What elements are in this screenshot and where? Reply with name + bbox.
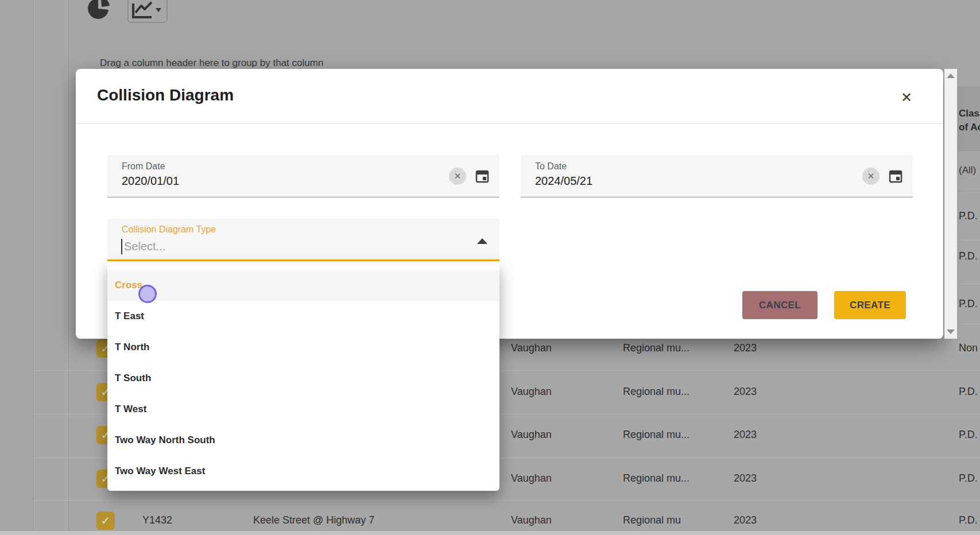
cell-classification: P.D. [959,429,980,441]
cell-city: Vaughan [511,386,552,398]
pie-chart-icon[interactable] [87,0,111,21]
text-cursor [121,239,122,254]
modal-scrollbar[interactable] [944,69,957,339]
cell-municipality: Regional mu... [623,342,690,354]
bg-panel-divider-right [68,0,69,535]
touch-cursor [138,285,157,303]
row-divider [958,284,980,284]
cell-municipality: Regional mu... [623,429,690,441]
type-placeholder: Select... [124,240,165,253]
dropdown-option-cross[interactable]: Cross [107,270,499,301]
chevron-up-icon[interactable] [477,238,487,244]
cell-classification: P.D. [959,514,980,526]
cell-year: 2023 [734,386,757,398]
calendar-icon[interactable] [474,168,490,184]
dropdown-option-t-west[interactable]: T West [107,394,499,425]
to-date-label: To Date [535,161,567,172]
cell-classification: Non [959,342,978,354]
cell-city: Vaughan [511,514,552,526]
type-label: Collision Diagram Type [122,224,216,235]
cell-municipality: Regional mu... [623,386,690,398]
cell-city: Vaughan [511,429,552,441]
cell-classification-partial: P.D. [959,210,980,222]
dropdown-option-t-south[interactable]: T South [107,363,499,394]
modal-title: Collision Diagram [97,86,234,104]
cancel-button[interactable]: CANCEL [742,291,818,319]
cell-year: 2023 [734,429,757,441]
dropdown-option-t-east[interactable]: T East [107,301,499,332]
scroll-down-icon[interactable] [947,329,955,334]
dropdown-option-two-way-west-east[interactable]: Two Way West East [107,456,499,487]
column-filter-cell[interactable]: (All) [958,152,980,191]
to-date-value[interactable]: 2024/05/21 [535,175,592,188]
row-checkbox[interactable]: ✓ [96,511,115,530]
cell-municipality: Regional mu... [623,472,690,484]
clear-icon[interactable]: ✕ [862,168,880,185]
cell-municipality: Regional mu [623,514,681,526]
row-divider [958,240,980,241]
row-divider [958,324,980,324]
cell-classification: P.D. [959,386,980,398]
clear-icon[interactable]: ✕ [449,168,466,185]
cell-year: 2023 [734,342,757,354]
cell-year: 2023 [734,472,757,484]
scroll-up-icon[interactable] [947,73,955,78]
row-divider [33,500,980,501]
group-by-hint: Drag a column header here to group by th… [100,57,323,69]
type-dropdown-panel: CrossT EastT NorthT SouthT WestTwo Way N… [107,263,499,491]
cell-city: Vaughan [511,472,552,484]
modal-header-divider [76,123,943,124]
bg-panel-divider-left [33,0,33,535]
cell-year: 2023 [734,514,757,526]
cell-classification: P.D. [959,472,980,484]
calendar-icon[interactable] [888,168,904,184]
cell-classification-partial: P.D. [959,250,980,262]
line-chart-icon [129,0,165,22]
horizontal-scrollbar[interactable] [0,531,980,535]
to-date-field[interactable]: To Date 2024/05/21 ✕ [521,155,913,197]
from-date-label: From Date [122,161,165,172]
from-date-field[interactable]: From Date 2020/01/01 ✕ [107,155,499,197]
cell-city: Vaughan [511,342,552,354]
cell-classification-partial: P.D. [959,298,980,310]
collision-diagram-type-select[interactable]: Collision Diagram Type Select... [107,219,499,261]
dropdown-option-two-way-north-south[interactable]: Two Way North South [107,425,499,456]
from-date-value[interactable]: 2020/01/01 [122,175,179,188]
column-header-class-of-accident[interactable]: Class of Ac [958,86,980,151]
cell-site-id: Y1432 [142,514,172,526]
close-icon[interactable]: ✕ [896,87,917,108]
line-chart-dropdown-button[interactable] [127,0,168,23]
cell-location: Keele Street @ Highway 7 [253,514,374,526]
create-button[interactable]: CREATE [834,291,906,319]
dropdown-option-t-north[interactable]: T North [107,332,499,363]
